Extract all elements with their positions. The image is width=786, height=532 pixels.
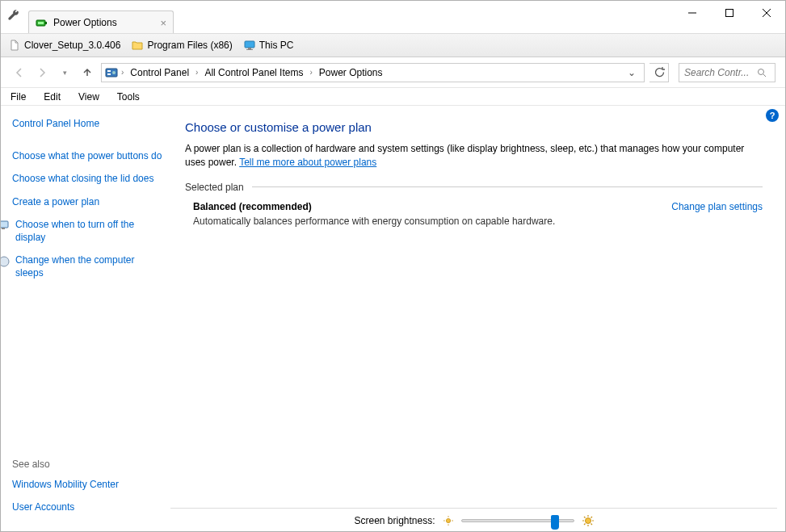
window-controls xyxy=(674,1,785,25)
bookmark-label: Program Files (x86) xyxy=(147,40,232,51)
battery-icon xyxy=(36,16,48,29)
chevron-right-icon: › xyxy=(121,68,124,77)
search-box[interactable] xyxy=(679,63,775,82)
pc-icon xyxy=(244,40,255,51)
crumb-label: Power Options xyxy=(319,67,383,78)
file-icon xyxy=(9,40,20,51)
svg-rect-2 xyxy=(38,22,44,24)
sun-large-icon xyxy=(582,515,594,526)
see-also-accounts[interactable]: User Accounts xyxy=(12,501,164,513)
sidebar-link-closing-lid[interactable]: Choose what closing the lid does xyxy=(12,172,164,185)
bookmarks-bar: Clover_Setup_3.0.406 Program Files (x86)… xyxy=(1,33,785,57)
bookmark-item[interactable]: This PC xyxy=(244,40,294,51)
svg-rect-1 xyxy=(45,22,47,24)
svg-rect-11 xyxy=(107,70,111,72)
control-panel-icon xyxy=(105,66,118,79)
bookmark-item[interactable]: Program Files (x86) xyxy=(132,40,232,51)
plan-name: Balanced (recommended) xyxy=(193,201,671,212)
svg-line-15 xyxy=(763,74,766,77)
change-plan-settings-link[interactable]: Change plan settings xyxy=(671,201,763,212)
close-button[interactable] xyxy=(748,1,785,25)
sidebar-link-turn-off-display[interactable]: Choose when to turn off the display xyxy=(15,218,164,244)
brightness-slider[interactable] xyxy=(461,519,574,522)
wrench-icon xyxy=(7,9,20,22)
menu-tools[interactable]: Tools xyxy=(114,90,143,104)
slider-thumb[interactable] xyxy=(551,515,559,530)
navbar: ▾ › Control Panel › All Control Panel It… xyxy=(1,57,785,88)
content-area: ? Control Panel Home Choose what the pow… xyxy=(1,106,785,531)
bookmark-label: Clover_Setup_3.0.406 xyxy=(24,40,120,51)
monitor-icon xyxy=(0,219,11,232)
maximize-button[interactable] xyxy=(711,1,748,25)
svg-point-18 xyxy=(0,257,9,266)
recent-dropdown[interactable]: ▾ xyxy=(56,64,74,82)
breadcrumb[interactable]: › Control Panel › All Control Panel Item… xyxy=(101,63,645,82)
sidebar-link-power-buttons[interactable]: Choose what the power buttons do xyxy=(12,149,164,162)
section-header: Selected plan xyxy=(185,182,763,193)
svg-point-14 xyxy=(759,69,764,74)
sidebar-home[interactable]: Control Panel Home xyxy=(12,117,164,130)
chevron-right-icon: › xyxy=(309,68,312,77)
svg-rect-12 xyxy=(107,73,111,75)
svg-rect-7 xyxy=(245,41,254,48)
search-input[interactable] xyxy=(684,67,757,78)
svg-point-13 xyxy=(112,71,116,74)
crumb-control-panel[interactable]: Control Panel xyxy=(127,64,192,82)
tab-title: Power Options xyxy=(53,17,117,28)
folder-icon xyxy=(132,40,143,51)
divider xyxy=(252,186,763,187)
chevron-right-icon: › xyxy=(195,68,198,77)
brightness-label: Screen brightness: xyxy=(354,515,435,526)
menu-edit[interactable]: Edit xyxy=(40,90,64,104)
bookmark-item[interactable]: Clover_Setup_3.0.406 xyxy=(9,40,120,51)
svg-line-32 xyxy=(591,517,592,518)
back-button[interactable] xyxy=(11,64,28,82)
see-also-heading: See also xyxy=(12,459,164,470)
svg-rect-17 xyxy=(2,228,5,229)
see-also-mobility[interactable]: Windows Mobility Center xyxy=(12,478,164,491)
search-icon xyxy=(757,68,767,77)
sidebar-link-computer-sleeps[interactable]: Change when the computer sleeps xyxy=(15,253,164,279)
menubar: File Edit View Tools xyxy=(1,88,785,106)
plan-row: Balanced (recommended) Automatically bal… xyxy=(185,201,763,227)
svg-rect-16 xyxy=(0,221,8,228)
up-button[interactable] xyxy=(78,64,96,82)
svg-rect-4 xyxy=(726,10,733,17)
menu-view[interactable]: View xyxy=(75,90,103,104)
forward-button[interactable] xyxy=(33,64,51,82)
plan-description: Automatically balances performance with … xyxy=(193,216,671,227)
bookmark-label: This PC xyxy=(259,40,294,51)
page-description: A power plan is a collection of hardware… xyxy=(185,142,763,170)
svg-rect-8 xyxy=(248,48,251,49)
sidebar: Control Panel Home Choose what the power… xyxy=(1,106,170,531)
minimize-button[interactable] xyxy=(674,1,711,25)
svg-point-24 xyxy=(585,518,591,524)
crumb-label: Control Panel xyxy=(130,67,189,78)
tab-power-options[interactable]: Power Options × xyxy=(28,10,174,33)
titlebar: Power Options × xyxy=(1,1,785,33)
section-label: Selected plan xyxy=(185,182,244,193)
svg-rect-9 xyxy=(246,49,253,50)
svg-point-19 xyxy=(446,518,450,522)
page-heading: Choose or customise a power plan xyxy=(185,120,763,134)
svg-line-31 xyxy=(584,524,586,526)
moon-icon xyxy=(0,254,11,268)
svg-line-29 xyxy=(584,517,586,518)
crumb-power-options[interactable]: Power Options xyxy=(316,64,386,82)
crumb-label: All Control Panel Items xyxy=(204,67,303,78)
refresh-button[interactable] xyxy=(649,63,669,82)
menu-file[interactable]: File xyxy=(7,90,29,104)
sidebar-link-create-plan[interactable]: Create a power plan xyxy=(12,195,164,208)
brightness-footer: Screen brightness: xyxy=(170,508,777,526)
tab-close-button[interactable]: × xyxy=(160,17,166,29)
breadcrumb-dropdown[interactable]: ⌄ xyxy=(623,67,641,78)
crumb-all-items[interactable]: All Control Panel Items xyxy=(201,64,306,82)
main-content: Choose or customise a power plan A power… xyxy=(170,106,785,531)
more-link[interactable]: Tell me more about power plans xyxy=(239,157,376,168)
sun-small-icon xyxy=(443,516,453,526)
tab-strip: Power Options × xyxy=(1,1,174,33)
svg-line-30 xyxy=(591,524,592,526)
